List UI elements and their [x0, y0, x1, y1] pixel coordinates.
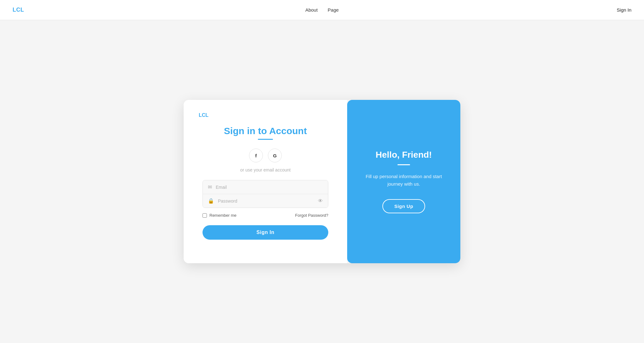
lock-icon: 🔒: [208, 198, 214, 204]
nav-page[interactable]: Page: [328, 7, 339, 13]
navbar: LCL About Page Sign In: [0, 0, 644, 20]
form-options: Remember me Forgot Password?: [203, 213, 328, 218]
login-form: ✉ 🔒 👁 Remember me Forgot Password?: [203, 180, 328, 240]
signin-title: Sign in to Account: [224, 126, 307, 136]
title-underline: [258, 139, 273, 140]
right-subtitle: Fill up personal information and start j…: [360, 173, 448, 188]
facebook-button[interactable]: f: [249, 149, 263, 162]
right-underline: [397, 164, 410, 165]
navbar-links: About Page: [305, 7, 339, 13]
remember-label[interactable]: Remember me: [203, 213, 236, 218]
email-input[interactable]: [216, 185, 323, 190]
navbar-brand: LCL: [13, 7, 24, 13]
brand-l: L: [13, 7, 16, 13]
email-icon: ✉: [208, 184, 212, 190]
signin-button[interactable]: Sign In: [203, 225, 328, 240]
card-logo-l: L: [199, 112, 202, 118]
password-input[interactable]: [218, 199, 318, 204]
nav-about[interactable]: About: [305, 7, 318, 13]
eye-icon[interactable]: 👁: [318, 198, 323, 204]
remember-checkbox[interactable]: [203, 213, 207, 218]
card-right-panel: Hello, Friend! Fill up personal informat…: [347, 100, 460, 263]
credentials-input-group: ✉ 🔒 👁: [203, 180, 328, 208]
email-input-row: ✉: [203, 180, 328, 194]
card-logo-cl: CL: [202, 112, 208, 118]
login-card: LCL Sign in to Account f G or use your e…: [184, 100, 460, 263]
google-button[interactable]: G: [268, 149, 282, 162]
remember-text: Remember me: [209, 213, 236, 218]
brand-cl: CL: [16, 7, 24, 13]
card-logo: LCL: [199, 112, 208, 118]
password-input-row: 🔒 👁: [203, 194, 328, 208]
card-left-panel: LCL Sign in to Account f G or use your e…: [184, 100, 347, 263]
page-content: LCL Sign in to Account f G or use your e…: [0, 20, 644, 343]
signup-button[interactable]: Sign Up: [382, 199, 425, 213]
hello-title: Hello, Friend!: [376, 150, 432, 160]
forgot-password-link[interactable]: Forgot Password?: [295, 213, 329, 218]
social-buttons: f G: [249, 149, 282, 162]
navbar-signin[interactable]: Sign In: [617, 7, 631, 13]
or-text: or use your email account: [240, 167, 291, 172]
